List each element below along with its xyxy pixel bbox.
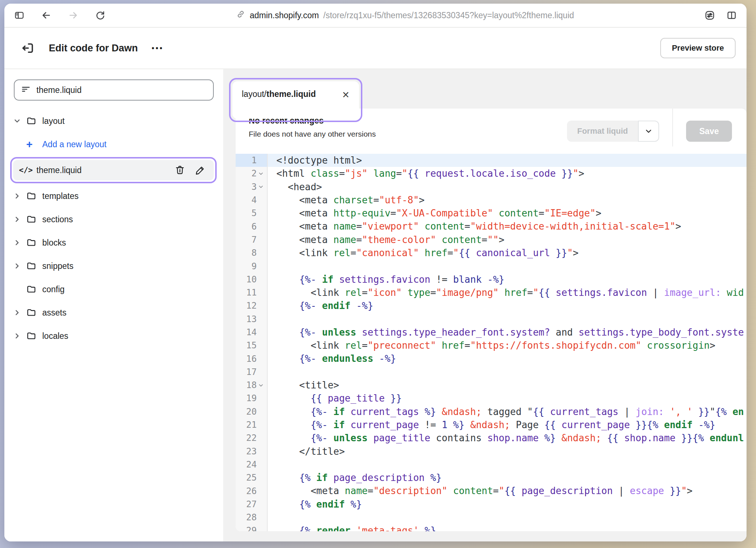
sidebar-item-blocks[interactable]: blocks <box>12 231 218 254</box>
sidebar-item-assets[interactable]: assets <box>12 301 218 324</box>
exit-editor-icon[interactable] <box>20 40 36 56</box>
code-line[interactable]: {%- if settings.favicon != blank -%} <box>268 273 747 286</box>
line-number: 9 <box>236 259 267 273</box>
back-icon[interactable] <box>41 10 52 21</box>
code-line[interactable]: {% render 'meta-tags' %} <box>268 524 747 531</box>
sidebar-item-locales[interactable]: locales <box>12 324 218 348</box>
code-line[interactable]: {{ page_title }} <box>268 392 747 405</box>
folder-icon <box>26 261 42 271</box>
sidebar-item-theme-liquid[interactable]: </>theme.liquid <box>13 160 214 180</box>
delete-file-icon[interactable] <box>174 164 186 176</box>
sidebar-item-add-a-new-layout[interactable]: +Add a new layout <box>12 133 218 156</box>
format-dropdown-button[interactable] <box>638 121 659 142</box>
chevron-down-icon[interactable] <box>12 118 26 124</box>
code-lines[interactable]: <!doctype html><html class="js" lang="{{… <box>268 154 747 531</box>
page-settings-icon[interactable] <box>704 10 715 21</box>
fold-toggle-icon[interactable] <box>257 383 265 388</box>
fold-toggle-icon[interactable] <box>257 171 265 176</box>
code-line[interactable]: <title> <box>268 379 747 392</box>
chevron-right-icon[interactable] <box>12 216 26 223</box>
code-line[interactable] <box>268 313 747 326</box>
file-label: theme.liquid <box>36 165 166 175</box>
line-number: 12 <box>236 299 267 312</box>
line-number: 2 <box>236 167 267 180</box>
fold-toggle-icon[interactable] <box>257 184 265 189</box>
code-line[interactable]: {%- if current_page != 1 %} &ndash; Page… <box>268 418 747 431</box>
line-number-text: 21 <box>246 420 257 430</box>
file-sidebar: layout+Add a new layout</>theme.liquidte… <box>4 69 223 541</box>
code-editor[interactable]: 1234567891011121314151617181920212223242… <box>236 154 747 531</box>
sidebar-item-layout[interactable]: layout <box>12 109 218 133</box>
more-actions-icon[interactable]: ••• <box>152 44 164 52</box>
sidebar-item-config[interactable]: config <box>12 278 218 301</box>
code-line[interactable]: {%- if current_tags %} &ndash; tagged "{… <box>268 405 747 418</box>
chevron-right-icon[interactable] <box>12 309 26 316</box>
line-number: 15 <box>236 339 267 352</box>
line-number-text: 22 <box>246 433 257 443</box>
forward-icon[interactable] <box>68 10 79 21</box>
sidebar-item-snippets[interactable]: snippets <box>12 254 218 278</box>
code-line[interactable]: <link rel="preconnect" href="https://fon… <box>268 339 747 352</box>
sidebar-item-sections[interactable]: sections <box>12 208 218 231</box>
code-line[interactable]: <meta name="theme-color" content=""> <box>268 233 747 246</box>
line-number-text: 23 <box>246 446 257 457</box>
chevron-right-icon[interactable] <box>12 263 26 269</box>
code-line[interactable]: <meta http-equiv="X-UA-Compatible" conte… <box>268 207 747 220</box>
code-line[interactable] <box>268 365 747 379</box>
code-line[interactable]: {%- endif -%} <box>268 299 747 312</box>
preview-store-button[interactable]: Preview store <box>660 38 736 58</box>
file-search-box[interactable] <box>14 79 214 101</box>
search-input[interactable] <box>36 85 206 95</box>
code-line[interactable]: <html class="js" lang="{{ request.locale… <box>268 167 747 180</box>
address-bar[interactable]: admin.shopify.com/store/rzq1xu-f5/themes… <box>106 9 704 21</box>
line-number-text: 19 <box>246 393 257 403</box>
format-liquid-button[interactable]: Format liquid <box>567 121 638 142</box>
code-line[interactable]: <!doctype html> <box>268 154 747 167</box>
line-number-text: 18 <box>246 380 257 390</box>
code-line[interactable]: <head> <box>268 180 747 193</box>
code-line[interactable]: {% if page_description %} <box>268 471 747 484</box>
reload-icon[interactable] <box>95 10 106 21</box>
file-tree: layout+Add a new layout</>theme.liquidte… <box>4 109 223 348</box>
code-line[interactable]: </title> <box>268 445 747 458</box>
split-view-icon[interactable] <box>726 10 737 21</box>
code-line[interactable]: <link rel="canonical" href="{{ canonical… <box>268 246 747 259</box>
line-number: 26 <box>236 484 267 497</box>
line-number-text: 24 <box>246 459 257 470</box>
save-button[interactable]: Save <box>686 121 732 142</box>
chevron-right-icon[interactable] <box>12 193 26 199</box>
rename-file-icon[interactable] <box>194 164 206 176</box>
tab-label: layout/theme.liquid <box>242 89 316 99</box>
code-file-icon: </> <box>19 166 36 175</box>
line-number: 10 <box>236 273 267 286</box>
code-line[interactable]: {%- unless settings.type_header_font.sys… <box>268 326 747 339</box>
sidebar-toggle-icon[interactable] <box>14 10 25 21</box>
line-number-text: 3 <box>252 182 257 192</box>
code-line[interactable] <box>268 259 747 273</box>
url-host: admin.shopify.com <box>250 11 319 20</box>
line-number: 22 <box>236 431 267 445</box>
tab-theme-liquid[interactable]: layout/theme.liquid ✕ <box>232 81 359 119</box>
line-number-text: 7 <box>252 235 257 245</box>
line-number: 24 <box>236 458 267 471</box>
code-line[interactable]: {% endif %} <box>268 498 747 511</box>
code-line[interactable]: <meta name="viewport" content="width=dev… <box>268 220 747 233</box>
line-number-text: 8 <box>252 248 257 258</box>
chevron-right-icon[interactable] <box>12 333 26 339</box>
folder-label: snippets <box>42 261 74 271</box>
line-number-text: 16 <box>246 354 257 364</box>
code-line[interactable]: <meta charset="utf-8"> <box>268 193 747 207</box>
header-divider <box>672 109 673 146</box>
sidebar-item-templates[interactable]: templates <box>12 184 218 208</box>
chrome-action-group <box>704 10 737 21</box>
code-line[interactable] <box>268 511 747 524</box>
code-line[interactable]: <meta name="description" content="{{ pag… <box>268 484 747 497</box>
code-line[interactable]: {%- unless page_title contains shop.name… <box>268 431 747 445</box>
code-line[interactable]: <link rel="icon" type="image/png" href="… <box>268 286 747 299</box>
line-number: 27 <box>236 498 267 511</box>
chevron-right-icon[interactable] <box>12 239 26 246</box>
line-number: 5 <box>236 207 267 220</box>
close-tab-icon[interactable]: ✕ <box>342 89 350 100</box>
code-line[interactable] <box>268 458 747 471</box>
code-line[interactable]: {%- endunless -%} <box>268 352 747 365</box>
